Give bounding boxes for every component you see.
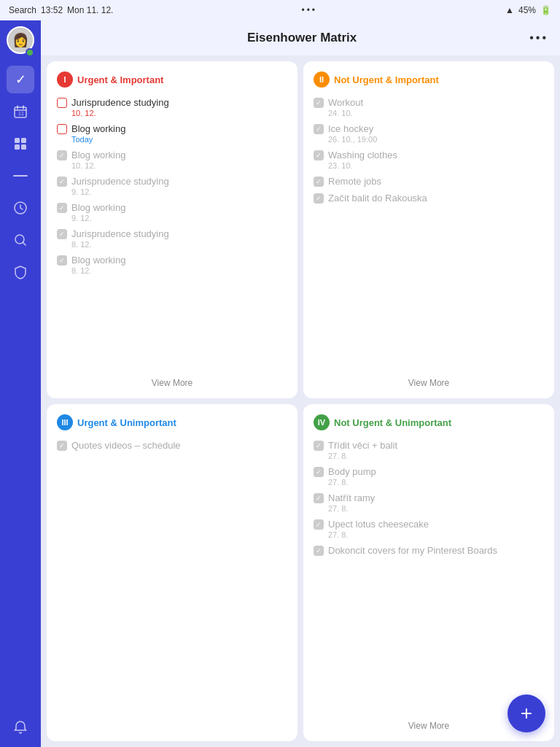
sidebar-item-clock[interactable]	[7, 194, 34, 222]
task-checkbox[interactable]	[314, 193, 324, 204]
matrix-grid: I Urgent & Important Jurisprudence study…	[41, 55, 560, 747]
q2-view-more[interactable]: View More	[314, 374, 544, 388]
svg-rect-6	[13, 175, 28, 177]
sidebar-bottom	[7, 713, 34, 741]
header-menu-button[interactable]: •••	[529, 31, 548, 44]
task-checkbox[interactable]	[314, 150, 324, 160]
fab-add-button[interactable]: +	[508, 694, 545, 732]
header: Eisenhower Matrix •••	[41, 20, 560, 55]
task-checkbox[interactable]	[314, 493, 324, 503]
task-checkbox[interactable]	[57, 98, 67, 108]
table-row: Remote jobs	[314, 174, 544, 189]
q3-task-list: Quotes videos – schedule	[57, 438, 287, 731]
table-row: Jurisprudence studying 8. 12.	[57, 226, 287, 251]
sidebar-item-search[interactable]	[7, 226, 34, 254]
q4-task-list: Třídit věci + balit 27. 8. Body pump 27.…	[314, 438, 544, 716]
table-row: Quotes videos – schedule	[57, 438, 287, 453]
task-name: Quotes videos – schedule	[71, 440, 181, 451]
avatar-online-badge	[26, 48, 34, 57]
task-date: 27. 8.	[328, 530, 544, 539]
svg-rect-2	[15, 138, 20, 143]
status-time: 13:52	[41, 5, 63, 15]
task-date: 10. 12.	[71, 161, 287, 170]
q1-header: I Urgent & Important	[57, 71, 287, 88]
table-row: Blog working 10. 12.	[57, 147, 287, 172]
q1-task-list: Jurisprudence studying 10. 12. Blog work…	[57, 95, 287, 374]
task-checkbox[interactable]	[57, 150, 67, 160]
status-bar: Search 13:52 Mon 11. 12. ••• ▲ 45% 🔋	[0, 0, 560, 20]
table-row: Dokoncit covers for my Pinterest Boards	[314, 543, 544, 558]
q3-badge: III	[57, 414, 73, 430]
q1-badge: I	[57, 71, 73, 88]
task-checkbox[interactable]	[57, 177, 67, 187]
task-checkbox[interactable]	[57, 255, 67, 266]
table-row: Natřít ramy 27. 8.	[314, 490, 544, 515]
status-date: Mon 11. 12.	[67, 5, 113, 15]
q2-task-list: Workout 24. 10. Ice hockey 26. 10., 19:0…	[314, 95, 544, 374]
sidebar-item-shield[interactable]	[7, 258, 34, 286]
search-label[interactable]: Search	[9, 5, 36, 15]
page-container: Eisenhower Matrix ••• I Urgent & Importa…	[41, 20, 560, 747]
table-row: Blog working 8. 12.	[57, 252, 287, 277]
sidebar-item-dash[interactable]	[7, 162, 34, 190]
table-row: Třídit věci + balit 27. 8.	[314, 438, 544, 462]
task-checkbox[interactable]	[57, 124, 67, 134]
task-checkbox[interactable]	[57, 441, 67, 451]
table-row: Washing clothes 23. 10.	[314, 147, 544, 172]
task-date: 10. 12.	[71, 109, 287, 117]
task-date: 27. 8.	[328, 452, 544, 460]
sidebar-item-bell[interactable]	[7, 713, 34, 741]
task-date: 9. 12.	[71, 187, 287, 196]
avatar-wrap[interactable]: 👩	[7, 26, 34, 57]
task-name: Jurisprudence studying	[71, 228, 169, 239]
status-right: ▲ 45% 🔋	[505, 5, 551, 15]
task-date: 24. 10.	[328, 109, 544, 117]
task-checkbox[interactable]	[314, 98, 324, 108]
task-name: Washing clothes	[328, 150, 397, 160]
q1-view-more[interactable]: View More	[57, 374, 287, 388]
q4-badge: IV	[314, 414, 330, 430]
task-name: Body pump	[328, 466, 376, 477]
quadrant-2: II Not Urgent & Important Workout 24. 10…	[303, 61, 554, 398]
wifi-icon: ▲	[505, 5, 514, 15]
task-checkbox[interactable]	[314, 124, 324, 134]
task-checkbox[interactable]	[314, 546, 324, 556]
task-name: Blog working	[71, 202, 125, 213]
main-layout: 👩 ✓ 11	[0, 20, 560, 747]
q3-header: III Urgent & Unimportant	[57, 414, 287, 430]
q1-title: Urgent & Important	[77, 74, 163, 85]
task-date: Today	[71, 135, 287, 144]
svg-rect-5	[21, 144, 26, 150]
sidebar: 👩 ✓ 11	[0, 20, 41, 747]
table-row: Jurisprudence studying 9. 12.	[57, 174, 287, 198]
task-name: Blog working	[71, 150, 125, 160]
task-name: Remote jobs	[328, 176, 381, 187]
sidebar-item-grid[interactable]	[7, 130, 34, 158]
q4-header: IV Not Urgent & Unimportant	[314, 414, 544, 430]
task-checkbox[interactable]	[57, 203, 67, 213]
task-name: Jurisprudence studying	[71, 176, 169, 187]
table-row: Upect lotus cheesecake 27. 8.	[314, 516, 544, 541]
status-left: Search 13:52 Mon 11. 12.	[9, 5, 113, 15]
task-date: 8. 12.	[71, 266, 287, 275]
task-checkbox[interactable]	[314, 177, 324, 187]
task-checkbox[interactable]	[314, 467, 324, 477]
sidebar-item-calendar[interactable]: 11	[7, 98, 34, 125]
sidebar-item-check[interactable]: ✓	[7, 66, 34, 93]
table-row: Ice hockey 26. 10., 19:00	[314, 121, 544, 146]
task-date: 26. 10., 19:00	[328, 135, 544, 144]
task-date: 8. 12.	[71, 240, 287, 249]
table-row: Blog working Today	[57, 121, 287, 146]
task-name: Jurisprudence studying	[71, 97, 169, 108]
task-date: 27. 8.	[328, 478, 544, 487]
svg-text:11: 11	[18, 111, 24, 116]
task-checkbox[interactable]	[314, 519, 324, 530]
task-date: 23. 10.	[328, 161, 544, 170]
page-title: Eisenhower Matrix	[247, 31, 357, 45]
task-name: Blog working	[71, 255, 125, 266]
task-name: Dokoncit covers for my Pinterest Boards	[328, 545, 497, 556]
quadrant-4: IV Not Urgent & Unimportant Třídit věci …	[303, 404, 554, 741]
task-name: Ice hockey	[328, 123, 373, 134]
task-checkbox[interactable]	[57, 229, 67, 239]
task-checkbox[interactable]	[314, 441, 324, 451]
